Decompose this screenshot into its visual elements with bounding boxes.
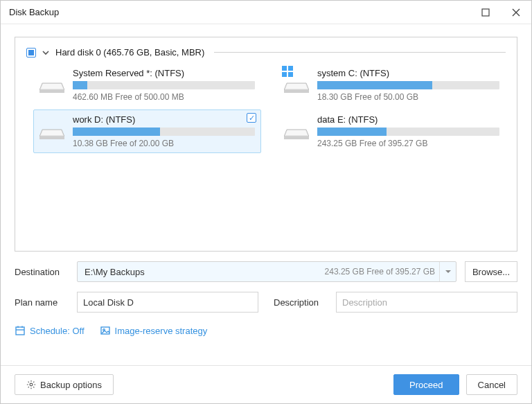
svg-marker-9 xyxy=(285,84,308,89)
svg-point-23 xyxy=(30,383,33,386)
drive-icon xyxy=(39,76,64,95)
chevron-down-icon[interactable] xyxy=(42,49,50,57)
drive-icon xyxy=(284,76,309,95)
disk-checkbox-partial[interactable] xyxy=(26,48,36,58)
partition-item[interactable]: system C: (NTFS)18.30 GB Free of 50.00 G… xyxy=(278,63,506,107)
schedule-link[interactable]: Schedule: Off xyxy=(15,325,85,336)
browse-button[interactable]: Browse... xyxy=(465,261,517,282)
image-reserve-link-label: Image-reserve strategy xyxy=(115,326,208,336)
partition-name: system C: (NTFS) xyxy=(317,68,499,78)
partition-name: data E: (NTFS) xyxy=(317,114,499,125)
window-title: Disk Backup xyxy=(9,7,470,17)
svg-marker-12 xyxy=(41,130,63,135)
svg-rect-7 xyxy=(288,72,293,77)
partition-free: 462.60 MB Free of 500.00 MB xyxy=(73,92,255,102)
svg-rect-5 xyxy=(288,66,293,71)
destination-path: E:\My Backups xyxy=(78,267,152,277)
maximize-icon xyxy=(481,8,490,17)
calendar-icon xyxy=(15,325,26,336)
maximize-button[interactable] xyxy=(470,1,501,24)
svg-rect-10 xyxy=(284,90,309,93)
cancel-button[interactable]: Cancel xyxy=(466,374,517,395)
schedule-link-label: Schedule: Off xyxy=(30,326,85,336)
image-icon xyxy=(100,325,111,336)
partition-name: work D: (NTFS) xyxy=(73,114,255,125)
usage-bar xyxy=(317,128,499,136)
destination-dropdown[interactable] xyxy=(439,262,456,281)
plan-row: Plan name Description xyxy=(15,292,517,313)
close-icon xyxy=(512,8,520,17)
partition-item[interactable]: data E: (NTFS)243.25 GB Free of 395.27 G… xyxy=(278,109,506,153)
destination-field[interactable]: E:\My Backups 243.25 GB Free of 395.27 G… xyxy=(77,261,456,282)
footer: Backup options Proceed Cancel xyxy=(1,365,531,403)
plan-name-input[interactable] xyxy=(77,292,258,313)
close-button[interactable] xyxy=(501,1,531,24)
svg-rect-6 xyxy=(282,72,287,77)
partition-name: System Reserved *: (NTFS) xyxy=(73,68,255,78)
chevron-down-icon xyxy=(445,268,452,275)
svg-rect-13 xyxy=(39,137,64,139)
proceed-button[interactable]: Proceed xyxy=(393,374,459,395)
gear-icon xyxy=(26,380,36,389)
image-reserve-link[interactable]: Image-reserve strategy xyxy=(100,325,208,336)
svg-rect-16 xyxy=(284,137,309,139)
divider xyxy=(214,52,506,53)
description-label: Description xyxy=(274,297,328,308)
backup-options-button[interactable]: Backup options xyxy=(15,374,114,395)
disk-panel: Hard disk 0 (465.76 GB, Basic, MBR) Syst… xyxy=(15,37,517,252)
disk-header[interactable]: Hard disk 0 (465.76 GB, Basic, MBR) xyxy=(26,47,506,58)
destination-free: 243.25 GB Free of 395.27 GB xyxy=(325,267,439,276)
svg-rect-17 xyxy=(16,327,24,335)
options-links-row: Schedule: Off Image-reserve strategy xyxy=(15,325,517,336)
checkbox-checked[interactable]: ✓ xyxy=(247,113,256,123)
usage-bar xyxy=(73,128,255,136)
usage-bar xyxy=(73,81,255,89)
partition-free: 243.25 GB Free of 395.27 GB xyxy=(317,139,499,148)
drive-icon xyxy=(284,122,309,141)
description-input[interactable] xyxy=(336,292,517,313)
svg-rect-3 xyxy=(39,90,64,93)
backup-options-label: Backup options xyxy=(40,380,102,390)
svg-marker-2 xyxy=(41,84,63,89)
plan-name-label: Plan name xyxy=(15,297,69,308)
titlebar: Disk Backup xyxy=(1,1,531,24)
destination-label: Destination xyxy=(15,267,69,277)
svg-rect-0 xyxy=(482,9,489,16)
partition-item[interactable]: System Reserved *: (NTFS)462.60 MB Free … xyxy=(33,63,261,107)
drive-icon xyxy=(39,122,64,141)
partition-free: 10.38 GB Free of 20.00 GB xyxy=(73,139,255,148)
destination-row: Destination E:\My Backups 243.25 GB Free… xyxy=(15,261,517,282)
windows-icon xyxy=(281,65,294,78)
svg-marker-15 xyxy=(285,130,308,135)
svg-rect-4 xyxy=(282,66,287,71)
partition-item[interactable]: work D: (NTFS)10.38 GB Free of 20.00 GB✓ xyxy=(33,109,261,153)
partition-free: 18.30 GB Free of 50.00 GB xyxy=(317,92,499,102)
usage-bar xyxy=(317,81,499,89)
disk-header-label: Hard disk 0 (465.76 GB, Basic, MBR) xyxy=(55,47,204,58)
